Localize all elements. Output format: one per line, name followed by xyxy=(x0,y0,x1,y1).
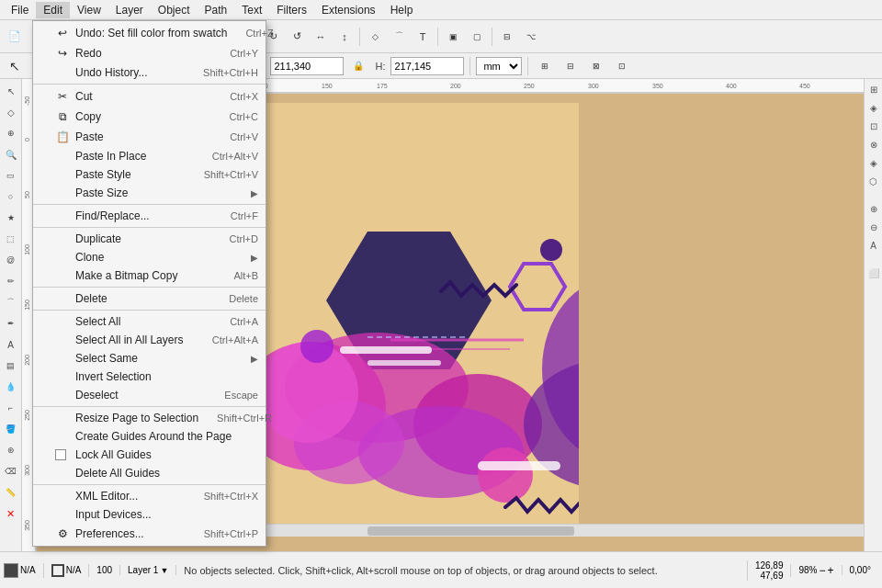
flip-h-button[interactable]: ↔ xyxy=(310,26,332,48)
right-btn4[interactable]: ⊗ xyxy=(865,136,882,153)
bezier-button[interactable]: ⌒ xyxy=(388,26,410,48)
menu-file[interactable]: File xyxy=(4,2,36,18)
menu-item-invert-selection[interactable]: Invert Selection xyxy=(33,368,266,386)
tool-pencil[interactable]: ✏ xyxy=(1,271,21,291)
menu-filters[interactable]: Filters xyxy=(269,2,314,18)
tool-dropper[interactable]: 💧 xyxy=(1,377,21,397)
menu-item-delete-guides[interactable]: Delete All Guides xyxy=(33,464,266,482)
menu-help[interactable]: Help xyxy=(383,2,421,18)
tool-spray[interactable]: ⊛ xyxy=(1,440,21,460)
tool-calligraphy[interactable]: ✒ xyxy=(1,313,21,334)
scrollbar-thumb-h[interactable] xyxy=(368,526,574,536)
menu-item-input-devices[interactable]: Input Devices... xyxy=(33,505,266,524)
menu-sep-sep5 xyxy=(33,310,266,311)
tool-star[interactable]: ★ xyxy=(1,208,21,228)
right-btn2[interactable]: ◈ xyxy=(865,99,882,116)
stroke-swatch[interactable] xyxy=(51,564,64,577)
tool-spiral[interactable]: @ xyxy=(1,250,21,270)
menu-item-paste-style[interactable]: Paste StyleShift+Ctrl+V xyxy=(33,165,266,184)
right-btn3[interactable]: ⊡ xyxy=(865,118,882,134)
menu-item-select-all-layers[interactable]: Select All in All LayersCtrl+Alt+A xyxy=(33,331,266,349)
new-button[interactable]: 📄 xyxy=(4,26,26,48)
zoom-plus[interactable]: + xyxy=(828,564,834,577)
menu-path[interactable]: Path xyxy=(198,2,235,18)
fill-swatch[interactable] xyxy=(4,563,18,578)
zoom-minus[interactable]: − xyxy=(820,564,826,577)
menu-item-find-replace[interactable]: Find/Replace...Ctrl+F xyxy=(33,207,266,225)
menu-edit[interactable]: Edit xyxy=(36,2,70,18)
node-button[interactable]: ◇ xyxy=(364,26,386,48)
tool-eraser[interactable]: ⌫ xyxy=(1,461,21,481)
menu-item-copy[interactable]: ⧉CopyCtrl+C xyxy=(33,107,266,127)
tool-connector[interactable]: ⌐ xyxy=(1,398,21,418)
svg-text:-50: -50 xyxy=(24,96,30,106)
menu-item-resize-page[interactable]: Resize Page to SelectionShift+Ctrl+R xyxy=(33,409,266,427)
tool-tweak[interactable]: ⊕ xyxy=(1,123,21,143)
menu-item-redo[interactable]: ↪RedoCtrl+Y xyxy=(33,43,266,63)
tool-fill[interactable]: 🪣 xyxy=(1,419,21,439)
right-btn6[interactable]: ⬡ xyxy=(865,173,882,189)
tool-3d[interactable]: ⬚ xyxy=(1,229,21,249)
rotate-ccw-button[interactable]: ↺ xyxy=(286,26,308,48)
text-tool-button[interactable]: T xyxy=(412,26,434,48)
snap-btn1[interactable]: ⊞ xyxy=(534,55,556,77)
unit-select[interactable]: mmpxpt xyxy=(476,57,522,75)
align-button[interactable]: ⊟ xyxy=(496,26,518,48)
tool-zoom[interactable]: 🔍 xyxy=(1,144,21,164)
label-xml-editor: XML Editor... xyxy=(75,490,138,503)
tool-text[interactable]: A xyxy=(1,334,21,355)
menu-item-create-guides[interactable]: Create Guides Around the Page xyxy=(33,427,266,446)
layer-indicator[interactable]: Layer 1 xyxy=(128,565,158,575)
checkbox-lock-guides[interactable] xyxy=(55,449,66,460)
tool-rect[interactable]: ▭ xyxy=(1,165,21,186)
fill-button[interactable]: ▣ xyxy=(442,26,464,48)
menu-item-select-all[interactable]: Select AllCtrl+A xyxy=(33,312,266,331)
tool-gradient[interactable]: ▤ xyxy=(1,356,21,376)
flip-v-button[interactable]: ↕ xyxy=(334,26,356,48)
menu-item-xml-editor[interactable]: XML Editor...Shift+Ctrl+X xyxy=(33,487,266,505)
menu-item-deselect[interactable]: DeselectEscape xyxy=(33,386,266,404)
menu-item-undo-history[interactable]: Undo History...Shift+Ctrl+H xyxy=(33,63,266,82)
right-btn9[interactable]: A xyxy=(865,237,882,254)
menu-item-paste[interactable]: 📋PasteCtrl+V xyxy=(33,127,266,147)
lock-aspect-button[interactable]: 🔒 xyxy=(347,55,369,77)
opacity-value: 100 xyxy=(96,565,112,575)
menu-item-lock-guides[interactable]: Lock All Guides xyxy=(33,446,266,464)
right-btn8[interactable]: ⊖ xyxy=(865,219,882,235)
right-btn10[interactable]: ⬜ xyxy=(865,265,882,281)
select-tool[interactable]: ↖ xyxy=(4,55,26,77)
snap-btn2[interactable]: ⊟ xyxy=(560,55,582,77)
menu-item-paste-size[interactable]: Paste Size▶ xyxy=(33,184,266,202)
snap-btn3[interactable]: ⊠ xyxy=(585,55,607,77)
menubar: File Edit View Layer Object Path Text Fi… xyxy=(0,0,882,20)
menu-item-undo[interactable]: ↩Undo: Set fill color from swatchCtrl+Z xyxy=(33,23,266,43)
menu-text[interactable]: Text xyxy=(234,2,269,18)
menu-item-cut[interactable]: ✂CutCtrl+X xyxy=(33,86,266,107)
tool-measure[interactable]: 📏 xyxy=(1,482,21,503)
menu-item-clone[interactable]: Clone▶ xyxy=(33,248,266,266)
tool-cross[interactable]: ✕ xyxy=(1,503,21,524)
w-input[interactable] xyxy=(270,57,344,75)
snap-btn4[interactable]: ⊡ xyxy=(611,55,633,77)
tool-bezier[interactable]: ⌒ xyxy=(1,292,21,312)
menu-extensions[interactable]: Extensions xyxy=(314,2,383,18)
menu-object[interactable]: Object xyxy=(151,2,198,18)
menu-item-delete[interactable]: DeleteDelete xyxy=(33,289,266,308)
xml-button[interactable]: ⌥ xyxy=(520,26,542,48)
tool-node[interactable]: ◇ xyxy=(1,102,21,122)
menu-item-duplicate[interactable]: DuplicateCtrl+D xyxy=(33,230,266,248)
stroke-button[interactable]: ▢ xyxy=(466,26,488,48)
menu-item-paste-in-place[interactable]: Paste In PlaceCtrl+Alt+V xyxy=(33,147,266,165)
h-input[interactable] xyxy=(390,57,464,75)
menu-layer[interactable]: Layer xyxy=(108,2,151,18)
right-btn5[interactable]: ◈ xyxy=(865,154,882,171)
menu-item-bitmap-copy[interactable]: Make a Bitmap CopyAlt+B xyxy=(33,266,266,285)
tool-select[interactable]: ↖ xyxy=(1,81,21,101)
label-copy: Copy xyxy=(75,110,101,123)
right-btn1[interactable]: ⊞ xyxy=(865,81,882,97)
right-btn7[interactable]: ⊕ xyxy=(865,200,882,217)
tool-ellipse[interactable]: ○ xyxy=(1,187,21,207)
menu-item-preferences[interactable]: ⚙Preferences...Shift+Ctrl+P xyxy=(33,524,266,544)
menu-item-select-same[interactable]: Select Same▶ xyxy=(33,349,266,368)
menu-view[interactable]: View xyxy=(70,2,108,18)
